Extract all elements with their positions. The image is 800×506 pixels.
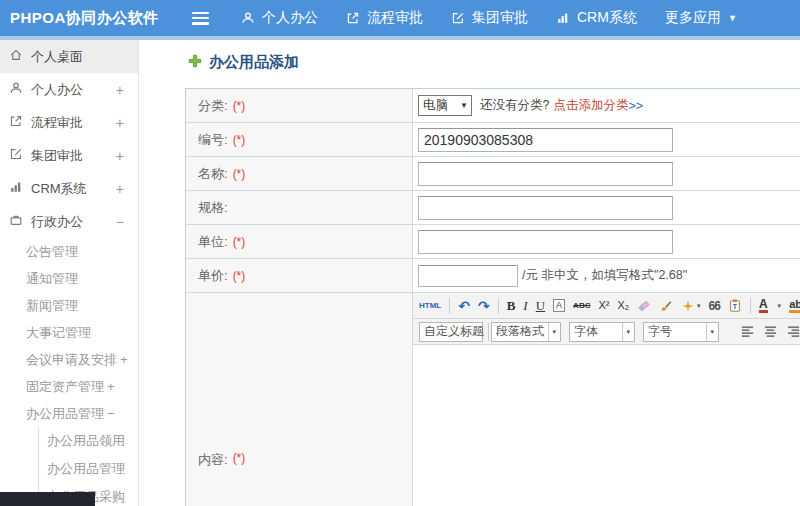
top-nav: 个人办公 流程审批 集团审批 CRM系统 更多应用 ▼ [241, 9, 737, 27]
editor-toolbar-row-1: HTML ↶ ↷ B I U A ABC X² X₂ [413, 293, 800, 319]
page-title: 办公用品添加 [209, 53, 299, 72]
no-category-hint: 还没有分类? [480, 97, 549, 114]
highlight-color-button[interactable]: ab [789, 299, 800, 313]
anchor-button[interactable]: A [553, 299, 565, 312]
sidebar-item-notice-mgmt[interactable]: 通知管理 [0, 265, 138, 292]
sidebar-item-personal-desktop[interactable]: 个人桌面 [0, 40, 138, 73]
editor-toolbar-row-2: 自定义标题▾ 段落格式▾ 字体▾ 字号▾ [413, 319, 800, 345]
font-color-button[interactable]: A [759, 298, 768, 313]
form-row-content: 内容: (*) HTML ↶ ↷ B I U [186, 293, 800, 506]
top-header: PHPOA协同办公软件 个人办公 流程审批 集团审批 CRM系统 更多应用 ▼ [0, 0, 800, 36]
caret-down-icon: ▼ [728, 14, 737, 23]
font-size-select[interactable]: 字号▾ [643, 322, 719, 342]
sidebar-item-office-supplies-mgmt[interactable]: 办公用品管理− [0, 400, 138, 427]
eraser-icon[interactable] [637, 299, 651, 313]
required-mark: (*) [233, 269, 246, 283]
user-icon [9, 81, 23, 98]
nav-workflow-approval[interactable]: 流程审批 [346, 9, 423, 27]
redo-icon[interactable]: ↷ [478, 299, 490, 313]
sidebar-item-supplies-manage[interactable]: 办公用品管理 [39, 455, 138, 483]
strikethrough-button[interactable]: ABC [573, 302, 590, 310]
share-arrow-icon [9, 114, 23, 131]
app-logo[interactable]: PHPOA协同办公软件 [0, 9, 178, 28]
expand-plus-icon: + [116, 148, 124, 164]
caret-down-icon: ▾ [706, 323, 714, 341]
format-brush-icon[interactable] [659, 299, 673, 313]
sidebar-item-label: 流程审批 [31, 114, 83, 132]
font-family-select[interactable]: 字体▾ [569, 322, 635, 342]
bar-chart-icon [9, 180, 23, 197]
add-category-link-arrows[interactable]: >> [628, 99, 643, 113]
add-category-link[interactable]: 点击添加分类 [553, 97, 628, 114]
sidebar-item-group-approval[interactable]: 集团审批 + [0, 139, 138, 172]
toolbar-separator [498, 298, 499, 314]
content-label: 内容: (*) [186, 293, 413, 506]
spec-input[interactable] [418, 196, 673, 220]
required-mark: (*) [233, 167, 246, 181]
align-right-icon[interactable] [787, 325, 800, 338]
expand-plus-icon: + [107, 379, 115, 394]
align-center-icon[interactable] [764, 325, 777, 338]
custom-title-select[interactable]: 自定义标题▾ [419, 322, 483, 342]
form-row-unit: 单位: (*) [186, 225, 800, 259]
sidebar-item-label: CRM系统 [31, 180, 87, 198]
user-icon [241, 11, 255, 25]
sidebar-item-fixed-assets-mgmt[interactable]: 固定资产管理+ [0, 373, 138, 400]
underline-button[interactable]: U [536, 299, 545, 312]
share-arrow-icon [346, 11, 360, 25]
phpoa-app: PHPOA协同办公软件 个人办公 流程审批 集团审批 CRM系统 更多应用 ▼ [0, 0, 800, 506]
form-row-spec: 规格: [186, 191, 800, 225]
editor-content-area[interactable] [413, 345, 800, 506]
sidebar-item-personal-office[interactable]: 个人办公 + [0, 73, 138, 106]
undo-icon[interactable]: ↶ [458, 299, 470, 313]
price-input[interactable] [418, 265, 518, 287]
form-row-price: 单价: (*) /元 非中文，如填写格式"2.68" [186, 259, 800, 293]
blockquote-button[interactable]: 66 [709, 300, 720, 312]
required-mark: (*) [233, 451, 246, 465]
caret-down-icon: ▾ [548, 323, 556, 341]
unit-input[interactable] [418, 230, 673, 254]
align-left-icon[interactable] [741, 325, 754, 338]
price-label: 单价: (*) [186, 259, 413, 292]
toolbar-separator [750, 298, 751, 314]
nav-group-approval[interactable]: 集团审批 [451, 9, 528, 27]
svg-text:T: T [733, 303, 738, 310]
category-select[interactable]: 电脑 ▼ [418, 95, 472, 116]
nav-personal-office[interactable]: 个人办公 [241, 9, 318, 27]
code-input[interactable] [418, 128, 673, 152]
sidebar-item-news-mgmt[interactable]: 新闻管理 [0, 292, 138, 319]
paragraph-format-select[interactable]: 段落格式▾ [491, 322, 561, 342]
hamburger-menu-icon[interactable] [192, 12, 209, 25]
sidebar-item-meeting-request[interactable]: 会议申请及安排+ [0, 346, 138, 373]
sidebar-item-supplies-claim[interactable]: 办公用品领用 [39, 427, 138, 455]
form-row-name: 名称: (*) [186, 157, 800, 191]
edit-square-icon [451, 11, 465, 25]
subscript-button[interactable]: X₂ [617, 300, 629, 311]
sidebar-item-events-mgmt[interactable]: 大事记管理 [0, 319, 138, 346]
sidebar-item-crm-system[interactable]: CRM系统 + [0, 172, 138, 205]
sidebar-item-workflow-approval[interactable]: 流程审批 + [0, 106, 138, 139]
superscript-button[interactable]: X² [598, 300, 609, 311]
caret-down-icon[interactable]: ▾ [778, 302, 782, 310]
sidebar-item-admin-office[interactable]: 行政办公 − [0, 205, 138, 238]
sidebar-item-label: 行政办公 [31, 213, 83, 231]
autoformat-wand-icon[interactable]: ▾ [681, 299, 701, 313]
sidebar-item-label: 个人桌面 [31, 48, 83, 66]
main-content: 办公用品添加 分类: (*) 电脑 ▼ 还没有分类? 点击添加分类 >> [139, 40, 800, 506]
caret-down-icon: ▾ [697, 302, 701, 309]
expand-plus-icon: + [120, 352, 128, 367]
nav-more-apps[interactable]: 更多应用 ▼ [665, 9, 737, 27]
sidebar-item-label: 个人办公 [31, 81, 83, 99]
unit-label: 单位: (*) [186, 225, 413, 258]
briefcase-icon [9, 213, 23, 230]
nav-crm-system[interactable]: CRM系统 [556, 9, 637, 27]
paste-table-icon[interactable]: T [728, 298, 742, 313]
source-code-button[interactable]: HTML [419, 302, 441, 310]
sidebar-item-announcement-mgmt[interactable]: 公告管理 [0, 238, 138, 265]
price-format-note: /元 非中文，如填写格式"2.68" [522, 267, 687, 284]
italic-button[interactable]: I [523, 299, 527, 312]
bold-button[interactable]: B [507, 299, 516, 312]
office-supply-form: 分类: (*) 电脑 ▼ 还没有分类? 点击添加分类 >> 编号: (*) [185, 88, 800, 506]
page-title-row: 办公用品添加 [188, 53, 299, 72]
name-input[interactable] [418, 162, 673, 186]
